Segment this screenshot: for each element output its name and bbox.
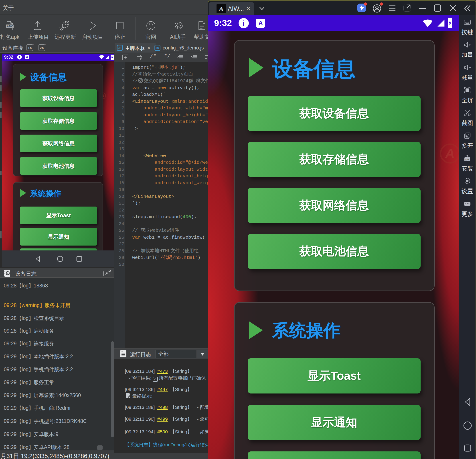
svg-text:APK: APK: [7, 25, 13, 28]
svg-text:APK: APK: [465, 159, 469, 161]
svg-text:JS: JS: [118, 47, 121, 50]
svg-text:JS: JS: [156, 47, 159, 50]
